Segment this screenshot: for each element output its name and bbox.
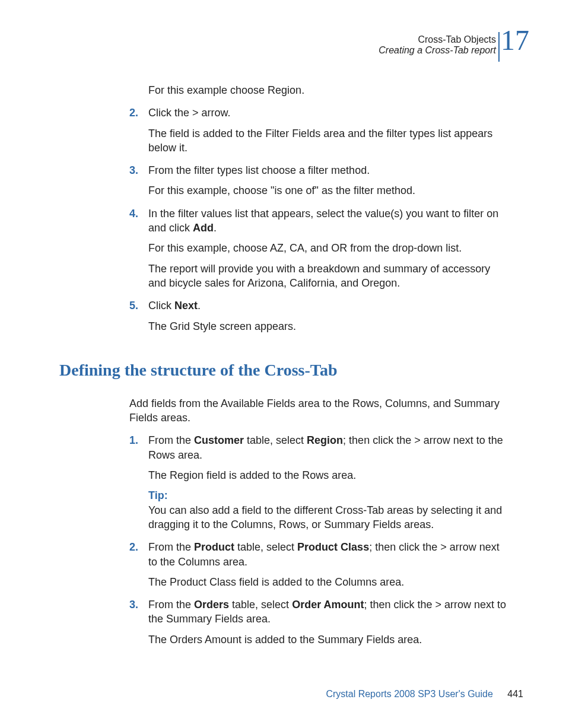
footer-page: 441 [507, 689, 523, 699]
step-number: 3. [129, 597, 148, 627]
step4-bold: Add [193, 222, 214, 234]
sec2-step2-result: The Product Class field is added to the … [148, 575, 510, 589]
s1-b2: Region [307, 434, 343, 446]
header-divider [498, 32, 500, 62]
s3-mid: table, select [229, 599, 292, 611]
step-text: From the Customer table, select Region; … [148, 433, 510, 462]
sec2-step1-result: The Region field is added to the Rows ar… [148, 468, 510, 482]
step-number: 4. [129, 206, 148, 236]
s2-mid: table, select [234, 541, 297, 553]
step-number: 2. [129, 106, 148, 120]
tip-label: Tip: [148, 488, 510, 503]
sec2-step-1: 1. From the Customer table, select Regio… [129, 433, 510, 462]
chapter-number: 17 [501, 26, 529, 55]
s2-pre: From the [148, 541, 194, 553]
sec2-step-3: 3. From the Orders table, select Order A… [129, 597, 510, 627]
step-text: In the filter values list that appears, … [148, 206, 510, 236]
step-number: 2. [129, 540, 148, 569]
step5-pre: Click [148, 300, 174, 311]
content-area: For this example choose Region. 2. Click… [59, 83, 510, 655]
step-2: 2. Click the > arrow. [129, 106, 510, 120]
step-number: 5. [129, 298, 148, 313]
footer: Crystal Reports 2008 SP3 User's Guide 44… [326, 689, 523, 700]
footer-title: Crystal Reports 2008 SP3 User's Guide [326, 689, 492, 699]
sec2-step3-result: The Orders Amount is added to the Summar… [148, 632, 510, 647]
sec2-step-2: 2. From the Product table, select Produc… [129, 540, 510, 569]
tip-block: Tip: You can also add a field to the dif… [148, 488, 510, 532]
s1-mid: table, select [244, 434, 307, 446]
step-5: 5. Click Next. [129, 298, 510, 313]
step-4: 4. In the filter values list that appear… [129, 206, 510, 236]
step-text: Click the > arrow. [148, 106, 510, 120]
step-text: Click Next. [148, 298, 510, 313]
section2-intro: Add fields from the Available Fields are… [129, 396, 510, 425]
step-number: 1. [129, 433, 148, 462]
step4-post: . [214, 222, 217, 234]
step-4-example: For this example, choose AZ, CA, and OR … [148, 241, 510, 255]
step-text: From the filter types list choose a filt… [148, 163, 510, 177]
s1-b1: Customer [194, 434, 244, 446]
tip-body: You can also add a field to the differen… [148, 503, 510, 532]
s2-b1: Product [194, 541, 234, 553]
header-line1: Cross-Tab Objects [379, 34, 496, 45]
page: Cross-Tab Objects Creating a Cross-Tab r… [0, 0, 566, 728]
header-text: Cross-Tab Objects Creating a Cross-Tab r… [379, 34, 496, 56]
step-number: 3. [129, 163, 148, 177]
step-3: 3. From the filter types list choose a f… [129, 163, 510, 177]
s2-b2: Product Class [297, 541, 369, 553]
s1-pre: From the [148, 434, 194, 446]
header-line2: Creating a Cross-Tab report [379, 45, 496, 56]
s3-b1: Orders [194, 599, 229, 611]
step-3-result: For this example, choose "is one of" as … [148, 183, 510, 198]
step5-post: . [198, 300, 201, 311]
step5-bold: Next [174, 300, 198, 311]
step-text: From the Orders table, select Order Amou… [148, 597, 510, 627]
s3-pre: From the [148, 599, 194, 611]
step-5-result: The Grid Style screen appears. [148, 319, 510, 333]
heading-defining-structure: Defining the structure of the Cross-Tab [59, 361, 510, 380]
para-example-region: For this example choose Region. [148, 83, 510, 97]
step-2-result: The field is added to the Filter Fields … [148, 126, 510, 155]
step-text: From the Product table, select Product C… [148, 540, 510, 569]
s3-b2: Order Amount [292, 599, 364, 611]
step-4-result: The report will provide you with a break… [148, 262, 510, 291]
